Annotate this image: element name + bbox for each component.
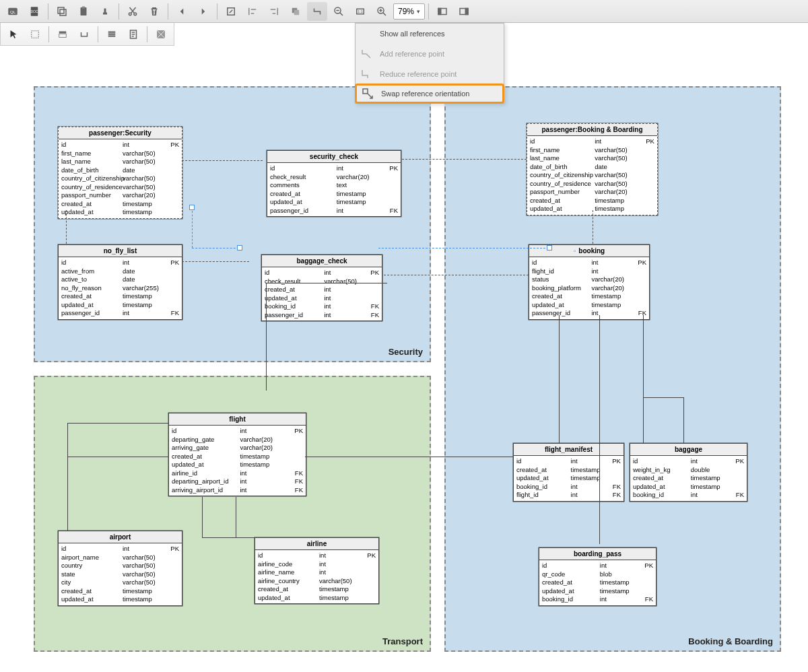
connector bbox=[384, 275, 529, 275]
entity-row: booking_platformvarchar(20) bbox=[532, 284, 646, 293]
entity-row: airline_nameint bbox=[258, 568, 376, 577]
svg-rect-25 bbox=[108, 33, 116, 34]
add-point-icon bbox=[360, 47, 373, 61]
stamp-icon[interactable] bbox=[95, 2, 115, 21]
relation-handle[interactable] bbox=[237, 245, 242, 250]
connector bbox=[67, 423, 68, 531]
align-right-icon[interactable] bbox=[264, 2, 284, 21]
paste-icon[interactable] bbox=[73, 2, 94, 21]
entity-baggage_check[interactable]: baggage_checkidintPKcheck_resultvarchar(… bbox=[261, 255, 382, 321]
entity-airline[interactable]: airlineidintPKairline_codeintairline_nam… bbox=[255, 537, 379, 604]
align-left-icon[interactable] bbox=[242, 2, 263, 21]
separator bbox=[48, 3, 48, 20]
forward-icon[interactable] bbox=[193, 2, 213, 21]
zoom-value: 79% bbox=[398, 7, 414, 16]
region-label: Booking & Boarding bbox=[688, 636, 773, 646]
entity-row: created_atint bbox=[265, 285, 379, 294]
entity-row: created_attimestamp bbox=[530, 197, 654, 205]
list-tool-icon[interactable] bbox=[102, 25, 122, 44]
separator bbox=[428, 3, 429, 20]
entity-row: updated_attimestamp bbox=[258, 594, 376, 603]
main-toolbar: QL DOC 1:1 79% bbox=[0, 0, 808, 23]
svg-rect-21 bbox=[32, 30, 39, 38]
entity-row: flight_idintFK bbox=[516, 491, 621, 500]
entity-row: booking_idintFK bbox=[516, 483, 621, 492]
entity-row: first_namevarchar(50) bbox=[61, 149, 179, 158]
entity-passenger_sec[interactable]: passenger:SecurityidintPKfirst_namevarch… bbox=[58, 127, 182, 219]
entity-security_check[interactable]: security_checkidintPKcheck_resultvarchar… bbox=[267, 150, 401, 217]
zoom-out-icon[interactable] bbox=[329, 2, 349, 21]
panel-right-icon[interactable] bbox=[454, 2, 474, 21]
entity-no_fly_list[interactable]: no_fly_listidintPKactive_fromdateactive_… bbox=[58, 244, 182, 320]
relation-line[interactable] bbox=[192, 248, 242, 248]
relation-line[interactable] bbox=[378, 248, 549, 248]
table-tool-icon[interactable] bbox=[53, 25, 73, 44]
svg-rect-29 bbox=[363, 89, 368, 94]
relation-tool-icon[interactable] bbox=[74, 25, 94, 44]
entity-row: arriving_gatevarchar(20) bbox=[172, 444, 303, 452]
menu-show-all-references[interactable]: Show all references bbox=[356, 24, 504, 44]
zoom-select[interactable]: 79% bbox=[393, 3, 425, 20]
cut-icon[interactable] bbox=[123, 2, 143, 21]
entity-row: passport_numbervarchar(20) bbox=[530, 188, 654, 197]
connector bbox=[683, 397, 684, 443]
svg-point-8 bbox=[129, 12, 131, 15]
diagram-canvas[interactable]: Security Transport Booking & Boarding pa… bbox=[0, 46, 808, 672]
back-icon[interactable] bbox=[172, 2, 192, 21]
entity-row: updated_attimestamp bbox=[532, 301, 646, 310]
connector bbox=[643, 397, 683, 398]
entity-body: idintPKcheck_resultvarchar(50)created_at… bbox=[262, 267, 382, 321]
entity-airport[interactable]: airportidintPKairport_namevarchar(50)cou… bbox=[58, 531, 182, 606]
delete-icon[interactable] bbox=[144, 2, 164, 21]
entity-flight_manifest[interactable]: flight_manifestidintPKcreated_attimestam… bbox=[513, 443, 624, 502]
entity-row: updated_attimestamp bbox=[633, 483, 744, 492]
separator bbox=[147, 26, 147, 42]
region-label: Security bbox=[389, 347, 423, 357]
connector bbox=[266, 283, 387, 283]
menu-label: Add reference point bbox=[380, 50, 444, 58]
entity-row: country_of_citizenshipvarchar(50) bbox=[61, 174, 179, 183]
entity-row: passport_numbervarchar(20) bbox=[61, 191, 179, 200]
pointer-icon[interactable] bbox=[3, 25, 24, 44]
entity-row: passenger_idintFK bbox=[270, 207, 398, 215]
connection-icon[interactable] bbox=[307, 2, 327, 21]
panel-left-icon[interactable] bbox=[432, 2, 452, 21]
region-tool-icon[interactable] bbox=[151, 25, 171, 44]
entity-flight[interactable]: flightidintPKdeparting_gatevarchar(20)ar… bbox=[168, 413, 306, 496]
entity-title: flight bbox=[169, 413, 306, 426]
sql-icon[interactable]: QL bbox=[3, 2, 23, 21]
zoom-in-icon[interactable] bbox=[372, 2, 392, 21]
layers-icon[interactable] bbox=[285, 2, 306, 21]
entity-row: last_namevarchar(50) bbox=[61, 158, 179, 166]
entity-body: idintPKairport_namevarchar(50)countryvar… bbox=[59, 543, 182, 605]
relation-line[interactable] bbox=[192, 207, 193, 248]
entity-row: first_namevarchar(50) bbox=[530, 146, 654, 155]
entity-passenger_book[interactable]: passenger:Booking & BoardingidintPKfirst… bbox=[527, 123, 658, 215]
zoom-fit-icon[interactable]: 1:1 bbox=[350, 2, 370, 21]
entity-body: idintPKactive_fromdateactive_todateno_fl… bbox=[59, 257, 182, 319]
entity-row: idintPK bbox=[633, 457, 744, 466]
entity-row: updated_attimestamp bbox=[61, 595, 179, 604]
entity-body: idintPKqr_codeblobcreated_attimestampupd… bbox=[539, 560, 656, 605]
entity-row: idintPK bbox=[542, 562, 653, 570]
entity-body: idintPKweight_in_kgdoublecreated_attimes… bbox=[630, 456, 747, 501]
entity-body: idintPKfirst_namevarchar(50)last_namevar… bbox=[59, 139, 182, 218]
menu-swap-reference-orientation[interactable]: Swap reference orientation bbox=[355, 83, 504, 104]
entity-title: boarding_pass bbox=[539, 548, 656, 560]
separator bbox=[168, 3, 168, 20]
doc-icon[interactable]: DOC bbox=[24, 2, 44, 21]
entity-row: updated_attimestamp bbox=[61, 208, 179, 217]
connector bbox=[202, 497, 203, 537]
marquee-icon[interactable] bbox=[25, 25, 45, 44]
menu-label: Show all references bbox=[380, 30, 445, 38]
entity-body: idintPKfirst_namevarchar(50)last_namevar… bbox=[527, 136, 657, 215]
relation-handle[interactable] bbox=[547, 245, 552, 250]
entity-baggage[interactable]: baggageidintPKweight_in_kgdoublecreated_… bbox=[630, 443, 747, 502]
resize-icon[interactable] bbox=[221, 2, 241, 21]
entity-row: created_attimestamp bbox=[270, 190, 398, 199]
note-tool-icon[interactable] bbox=[123, 25, 143, 44]
entity-boarding_pass[interactable]: boarding_passidintPKqr_codeblobcreated_a… bbox=[539, 547, 656, 606]
entity-booking[interactable]: bookingidintPKflight_idintstatusvarchar(… bbox=[529, 244, 650, 320]
relation-handle[interactable] bbox=[189, 205, 195, 210]
copy-icon[interactable] bbox=[52, 2, 72, 21]
